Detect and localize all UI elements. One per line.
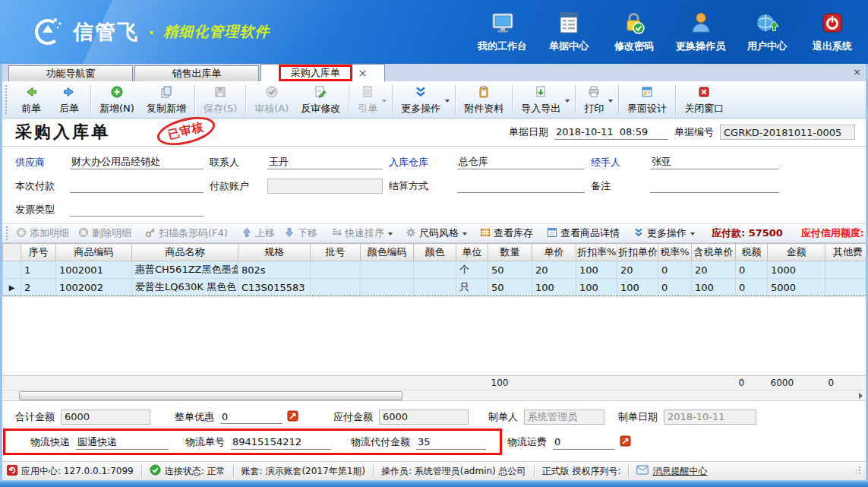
grid-cell[interactable]: 1000 [768,261,825,279]
grid-cell[interactable] [825,279,866,296]
contact-input[interactable] [267,155,383,169]
grid-cell[interactable]: 100 [576,279,617,296]
express-input[interactable] [76,435,169,450]
tracking-no-input[interactable] [231,435,331,450]
doc-date-input[interactable] [554,125,668,140]
tab-function-nav[interactable]: 功能导航窗 [8,65,133,81]
column-header[interactable]: 序号 [21,244,56,261]
column-header[interactable]: 折扣率% [576,244,617,261]
grid-cell[interactable] [825,261,866,279]
grid-cell[interactable] [311,279,361,296]
print-button[interactable]: 打印 [578,84,616,116]
size-style-button[interactable]: 尺码风格 [402,226,470,240]
grid-cell[interactable]: 20 [532,261,576,279]
payment-input[interactable] [70,179,204,193]
grid-cell[interactable] [361,279,414,296]
delete-detail-button[interactable]: 删除明细 [74,226,135,240]
grid-cell[interactable]: 100 [617,279,658,296]
column-header[interactable]: 单价 [532,244,576,261]
grid-cell[interactable]: 0 [658,279,692,296]
table-row[interactable]: 11002001惠普CH561ZZ黑色墨盒802s个50201002002001… [3,261,866,279]
exit-system-button[interactable]: 退出系统 [809,11,856,53]
message-center-link[interactable]: 消息提醒中心 [636,465,707,478]
grid-cell[interactable]: 1002001 [56,261,132,279]
grid-cell[interactable]: 50 [488,261,532,279]
freight-input[interactable] [553,435,615,450]
move-up-button[interactable]: 上移 [238,226,279,240]
view-product-detail-button[interactable]: 查看商品详情 [543,226,623,240]
horizontal-scrollbar[interactable] [2,390,866,401]
grid-cell[interactable]: 0 [736,261,768,279]
scan-barcode-button[interactable]: 扫描条形码(F4) [141,226,232,240]
supplier-input[interactable] [70,155,204,169]
column-header[interactable]: 颜色编码 [361,244,414,261]
grid-cell[interactable]: 个 [456,261,488,279]
row-indicator[interactable] [3,261,21,279]
tab-close-icon[interactable]: × [358,68,368,78]
resize-grip[interactable] [852,466,861,477]
column-header[interactable]: 数量 [488,244,532,261]
settle-input[interactable] [457,179,585,193]
column-header[interactable]: 税率% [658,244,692,261]
ui-design-button[interactable]: 界面设计 [621,84,673,116]
grid-cell[interactable]: 爱普生LQ630K 黑色色 [132,279,238,296]
tabstrip-close-icon[interactable]: × [853,66,861,77]
save-button[interactable]: 保存(S) [197,84,243,116]
grid-cell[interactable]: 100 [576,261,617,279]
change-password-button[interactable]: 修改密码 [611,11,658,53]
move-down-button[interactable]: 下移 [280,226,321,240]
import-export-button[interactable]: 导入导出 [515,84,573,116]
tab-sales-outbound[interactable]: 销售出库单 [134,65,259,81]
grid-cell[interactable]: 20 [617,261,658,279]
column-header[interactable]: 批号 [311,244,361,261]
grid-cell[interactable]: 只 [456,279,488,296]
grid-cell[interactable] [311,261,361,279]
cod-amount-input[interactable] [416,435,486,450]
grid-cell[interactable]: 1 [21,261,56,279]
column-header[interactable]: 其他费 [825,244,866,261]
grid-cell[interactable]: 802s [238,261,311,279]
prev-doc-button[interactable]: 前单 [12,84,50,116]
next-doc-button[interactable]: 后单 [50,84,88,116]
grid-cell[interactable]: 100 [532,279,576,296]
table-row[interactable]: ▶21002002爱普生LQ630K 黑色色C13S015583只5010010… [3,279,866,296]
column-header[interactable]: 商品名称 [132,244,238,261]
user-center-button[interactable]: 用户中心 [743,11,791,53]
pull-doc-button[interactable]: 引单 [352,84,390,116]
unaudit-button[interactable]: 反审修改 [295,84,346,116]
scrollbar-right-arrow-icon[interactable] [859,393,863,399]
edit-discount-icon[interactable] [287,410,298,424]
grid-more-actions-button[interactable]: 更多操作 [630,226,698,240]
grid-cell[interactable]: 2 [21,279,56,296]
column-header[interactable]: 含税单价 [692,244,736,261]
close-window-button[interactable]: 关闭窗口 [678,84,730,116]
handler-input[interactable] [650,155,779,169]
grid-cell[interactable]: 50 [488,279,532,296]
grid-cell[interactable]: 100 [692,279,736,296]
more-actions-button[interactable]: 更多操作 [395,84,453,116]
audit-button[interactable]: 审核(A) [248,84,295,116]
selected-row-indicator[interactable]: ▶ [3,279,21,296]
add-detail-button[interactable]: 添加明细 [12,226,73,240]
my-workbench-button[interactable]: 我的工作台 [478,11,527,53]
column-header[interactable]: 规格 [238,244,311,261]
grid-cell[interactable] [414,279,456,296]
scrollbar-thumb[interactable] [19,391,402,400]
grid-cell[interactable] [361,261,414,279]
grid-cell[interactable]: 1002002 [56,279,132,296]
attachments-button[interactable]: 附件资料 [458,84,510,116]
invoice-type-input[interactable] [70,202,204,217]
remark-input[interactable] [650,179,779,193]
grid-cell[interactable] [414,261,456,279]
document-center-button[interactable]: 单据中心 [545,11,592,53]
column-header[interactable]: 税额 [736,244,768,261]
switch-operator-button[interactable]: 更换操作员 [676,11,725,53]
tab-purchase-inbound[interactable]: 采购入库单 × [260,64,385,81]
view-stock-button[interactable]: 查看库存 [476,226,537,240]
warehouse-input[interactable] [457,155,585,169]
grid-cell[interactable]: 5000 [768,279,825,296]
grid-cell[interactable]: 0 [736,279,768,296]
grid-cell[interactable]: 惠普CH561ZZ黑色墨盒 [132,261,238,279]
column-header[interactable]: 金额 [768,244,825,261]
grid-cell[interactable]: 20 [692,261,736,279]
